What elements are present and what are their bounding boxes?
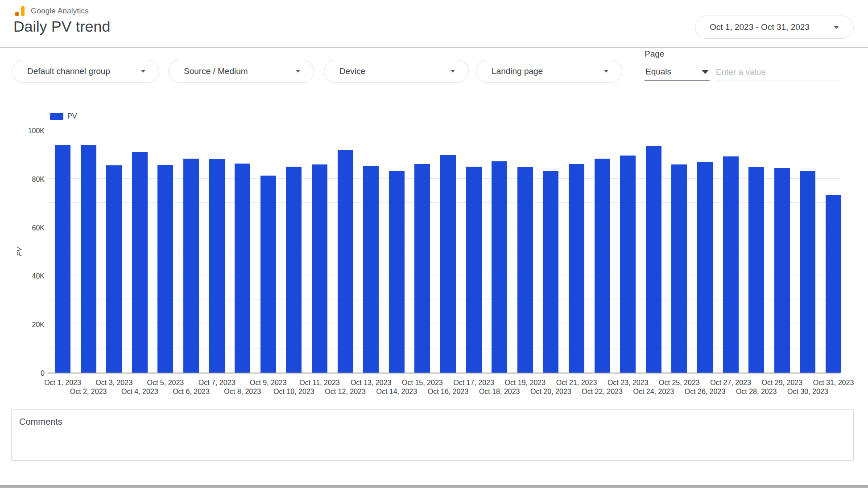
bar[interactable] bbox=[671, 164, 687, 373]
y-tick-label: 100K bbox=[18, 127, 45, 135]
x-tick-label: Oct 2, 2023 bbox=[70, 388, 107, 396]
bar[interactable] bbox=[81, 145, 96, 373]
bar[interactable] bbox=[517, 167, 533, 373]
bar[interactable] bbox=[414, 164, 430, 373]
x-tick-label: Oct 21, 2023 bbox=[556, 379, 597, 387]
x-tick-label: Oct 11, 2023 bbox=[299, 379, 339, 387]
bar[interactable] bbox=[543, 171, 558, 373]
legend-label-pv: PV bbox=[67, 112, 77, 120]
x-tick-label: Oct 30, 2023 bbox=[787, 388, 828, 396]
right-edge-line bbox=[866, 0, 866, 488]
bar[interactable] bbox=[646, 146, 661, 373]
bottom-bar bbox=[0, 485, 868, 488]
filter-default-channel-group[interactable]: Default channel group bbox=[12, 60, 159, 83]
filter-label: Landing page bbox=[492, 66, 543, 76]
x-tick-label: Oct 15, 2023 bbox=[402, 379, 443, 387]
page-filter-operator-value: Equals bbox=[645, 67, 671, 77]
x-tick-label: Oct 9, 2023 bbox=[250, 379, 287, 387]
x-tick-label: Oct 10, 2023 bbox=[273, 388, 314, 396]
bar[interactable] bbox=[723, 156, 739, 373]
y-tick-label: 80K bbox=[18, 176, 45, 184]
logo-bar-tall bbox=[21, 6, 25, 16]
gridline bbox=[48, 154, 840, 154]
page-filter-value-input[interactable] bbox=[715, 63, 840, 81]
y-tick-label: 60K bbox=[18, 224, 45, 232]
bar[interactable] bbox=[183, 159, 199, 373]
date-range-selector[interactable]: Oct 1, 2023 - Oct 31, 2023 bbox=[695, 16, 854, 39]
filter-label: Device bbox=[339, 66, 365, 76]
brand-label: Google Analytics bbox=[31, 7, 89, 16]
filter-landing-page[interactable]: Landing page bbox=[476, 60, 622, 83]
plot-area bbox=[48, 131, 840, 373]
x-tick-label: Oct 12, 2023 bbox=[325, 388, 366, 396]
x-tick-label: Oct 20, 2023 bbox=[530, 388, 571, 396]
bar[interactable] bbox=[774, 168, 790, 373]
bar[interactable] bbox=[338, 150, 353, 373]
x-tick-label: Oct 29, 2023 bbox=[761, 379, 802, 387]
x-tick-label: Oct 24, 2023 bbox=[633, 388, 674, 396]
bar[interactable] bbox=[595, 159, 610, 373]
x-tick-label: Oct 25, 2023 bbox=[659, 379, 700, 387]
bar[interactable] bbox=[440, 155, 456, 373]
bar[interactable] bbox=[466, 167, 482, 373]
bar[interactable] bbox=[106, 165, 122, 373]
x-tick-label: Oct 3, 2023 bbox=[95, 379, 132, 387]
bar[interactable] bbox=[492, 161, 507, 373]
comments-box[interactable]: Comments bbox=[11, 409, 854, 461]
page-filter-label: Page bbox=[645, 49, 664, 59]
x-tick-label: Oct 8, 2023 bbox=[224, 388, 261, 396]
comments-label: Comments bbox=[19, 417, 62, 427]
filter-device[interactable]: Device bbox=[324, 60, 469, 83]
y-tick-label: 40K bbox=[18, 272, 45, 280]
bar[interactable] bbox=[748, 167, 764, 373]
x-tick-label: Oct 28, 2023 bbox=[736, 388, 777, 396]
page-title: Daily PV trend bbox=[13, 18, 110, 35]
filter-source-medium[interactable]: Source / Medium bbox=[168, 60, 314, 83]
x-tick-label: Oct 13, 2023 bbox=[351, 379, 392, 387]
x-tick-label: Oct 31, 2023 bbox=[813, 379, 854, 387]
brand: Google Analytics bbox=[14, 6, 89, 16]
dashboard: Google Analytics Daily PV trend Oct 1, 2… bbox=[0, 0, 868, 488]
bar[interactable] bbox=[363, 166, 379, 373]
bar[interactable] bbox=[209, 159, 225, 373]
chevron-down-icon bbox=[834, 26, 839, 29]
header-divider bbox=[0, 47, 868, 48]
bar[interactable] bbox=[312, 164, 327, 373]
bar[interactable] bbox=[826, 195, 841, 373]
y-tick-label: 20K bbox=[18, 321, 45, 329]
gridline bbox=[48, 130, 840, 130]
x-tick-label: Oct 22, 2023 bbox=[582, 388, 623, 396]
logo-bar-short bbox=[15, 12, 19, 16]
bar[interactable] bbox=[697, 162, 713, 373]
chevron-down-icon bbox=[296, 70, 300, 73]
google-analytics-logo-icon bbox=[14, 6, 27, 16]
x-tick-label: Oct 26, 2023 bbox=[685, 388, 726, 396]
x-tick-label: Oct 18, 2023 bbox=[479, 388, 520, 396]
y-axis-labels: 020K40K60K80K100K bbox=[18, 131, 45, 373]
legend-swatch-pv bbox=[50, 113, 63, 120]
x-tick-label: Oct 19, 2023 bbox=[504, 379, 546, 387]
bar[interactable] bbox=[569, 164, 584, 373]
filter-label: Source / Medium bbox=[184, 66, 248, 76]
bar[interactable] bbox=[620, 156, 636, 373]
bar[interactable] bbox=[800, 171, 815, 373]
x-tick-label: Oct 1, 2023 bbox=[44, 379, 81, 387]
bar[interactable] bbox=[132, 152, 148, 373]
x-tick-label: Oct 5, 2023 bbox=[147, 379, 184, 387]
bar[interactable] bbox=[286, 167, 302, 373]
bar[interactable] bbox=[235, 164, 250, 373]
page-filter-operator-dropdown[interactable]: Equals bbox=[645, 63, 710, 81]
bar[interactable] bbox=[157, 165, 173, 373]
filter-label: Default channel group bbox=[27, 66, 110, 76]
chart-legend: PV bbox=[50, 112, 77, 120]
chevron-down-icon bbox=[451, 70, 455, 73]
y-tick-label: 0 bbox=[18, 369, 45, 377]
bar[interactable] bbox=[389, 171, 405, 373]
bar[interactable] bbox=[55, 145, 70, 373]
bar[interactable] bbox=[260, 176, 276, 373]
chevron-down-icon bbox=[604, 70, 608, 73]
x-tick-label: Oct 6, 2023 bbox=[173, 388, 210, 396]
x-tick-label: Oct 23, 2023 bbox=[608, 379, 649, 387]
x-tick-label: Oct 14, 2023 bbox=[376, 388, 417, 396]
chevron-down-icon bbox=[702, 70, 709, 74]
